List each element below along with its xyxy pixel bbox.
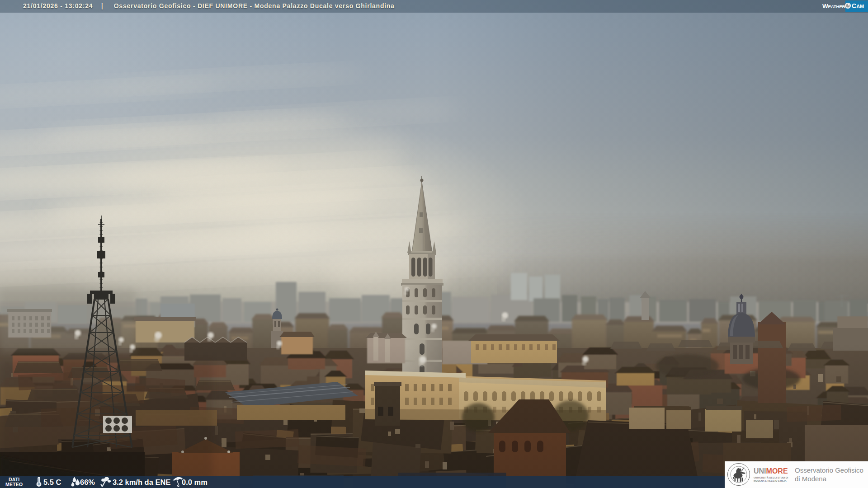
svg-text:UNIVERSITÀ DEGLI STUDI DI: UNIVERSITÀ DEGLI STUDI DI — [754, 476, 788, 479]
svg-text:di Modena: di Modena — [795, 475, 827, 483]
svg-text:CAM: CAM — [852, 2, 864, 9]
svg-text:Osservatorio Geofisico: Osservatorio Geofisico — [795, 466, 863, 474]
svg-text:MODENA E REGGIO EMILIA: MODENA E REGGIO EMILIA — [754, 479, 787, 482]
svg-text:UNIMORE: UNIMORE — [754, 467, 788, 475]
svg-text:WEATHER: WEATHER — [822, 3, 845, 9]
